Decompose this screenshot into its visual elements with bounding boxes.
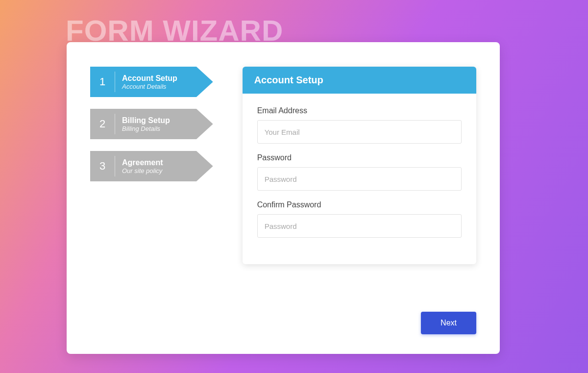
password-label: Password xyxy=(257,153,462,162)
email-field[interactable] xyxy=(257,120,462,144)
step-subtitle: Billing Details xyxy=(122,125,170,132)
wizard-steps: 1 Account Setup Account Details 2 Billin… xyxy=(90,67,213,264)
step-title: Account Setup xyxy=(122,74,177,83)
step-number: 3 xyxy=(90,160,115,173)
step-subtitle: Our site policy xyxy=(122,167,163,174)
form-header: Account Setup xyxy=(243,67,476,94)
wizard-card: 1 Account Setup Account Details 2 Billin… xyxy=(67,42,500,354)
step-account-setup[interactable]: 1 Account Setup Account Details xyxy=(90,67,213,97)
confirm-password-field[interactable] xyxy=(257,214,462,238)
step-number: 2 xyxy=(90,118,115,130)
form-panel: Account Setup Email Address Password Con… xyxy=(243,67,476,264)
step-billing-setup[interactable]: 2 Billing Setup Billing Details xyxy=(90,109,213,139)
email-label: Email Address xyxy=(257,106,462,115)
step-agreement[interactable]: 3 Agreement Our site policy xyxy=(90,151,213,181)
confirm-password-label: Confirm Password xyxy=(257,200,462,209)
next-button[interactable]: Next xyxy=(421,312,476,334)
password-field[interactable] xyxy=(257,167,462,191)
step-number: 1 xyxy=(90,75,115,88)
step-title: Billing Setup xyxy=(122,116,170,125)
step-subtitle: Account Details xyxy=(122,83,177,90)
step-title: Agreement xyxy=(122,158,163,167)
